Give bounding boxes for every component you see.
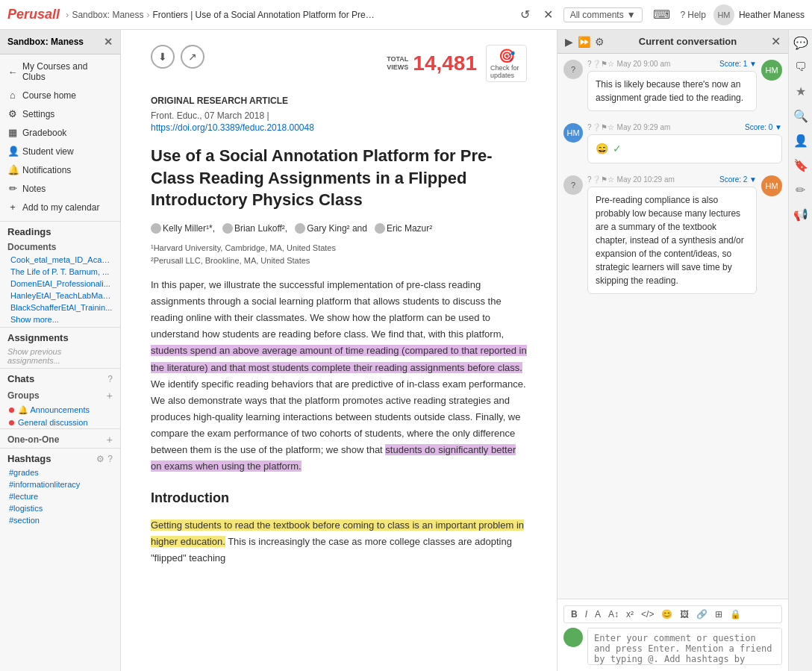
sidebar-item-course-home[interactable]: ⌂ Course home	[0, 86, 120, 104]
image-button[interactable]: 🖼	[678, 608, 691, 620]
sidebar-item-settings[interactable]: ⚙ Settings	[0, 104, 120, 123]
strip-search-button[interactable]: 🔍	[793, 109, 808, 123]
gradebook-icon: ▦	[7, 127, 18, 138]
breadcrumb-doc: Frontiers | Use of a Social Annotation P…	[152, 10, 376, 20]
doc-affiliations: ¹Harvard University, Cambridge, MA, Unit…	[151, 242, 527, 266]
bold-button[interactable]: B	[569, 608, 580, 620]
help-link[interactable]: ? Help	[681, 10, 706, 20]
chats-help-icon[interactable]: ?	[107, 374, 113, 384]
user-menu[interactable]: HM Heather Maness	[713, 4, 805, 25]
comment2-bubble: 😄 ✓	[587, 134, 782, 163]
oneonone-add-icon[interactable]: +	[107, 434, 113, 446]
groups-add-icon[interactable]: +	[107, 390, 113, 402]
user-avatar: HM	[713, 4, 734, 25]
show-more-docs[interactable]: Show more...	[0, 313, 120, 325]
doc-item-3[interactable]: DomenEtAl_Professionali...	[0, 278, 120, 290]
group-item-general[interactable]: General discussion	[0, 416, 120, 428]
doc-item-5[interactable]: BlackSchafferEtAl_Trainin...	[0, 302, 120, 313]
comment1-avatar: ?	[563, 60, 583, 79]
comment2-score[interactable]: Score: 0 ▼	[745, 123, 782, 131]
hashtag-section[interactable]: #section	[0, 514, 120, 526]
breadcrumb-sep2: ›	[146, 10, 149, 20]
sidebar-item-notes[interactable]: ✏ Notes	[0, 179, 120, 198]
doc-body: In this paper, we illustrate the success…	[151, 277, 527, 567]
text-color-button[interactable]: A	[593, 608, 603, 620]
comment2-avatar: HM	[563, 123, 583, 143]
nav-my-courses-label: My Courses and Clubs	[22, 61, 113, 82]
nav-gradebook-label: Gradebook	[22, 128, 66, 138]
hashtag-lecture[interactable]: #lecture	[0, 490, 120, 502]
strip-bookmark-button[interactable]: 🔖	[793, 158, 808, 172]
all-comments-dropdown[interactable]: All comments ▼	[563, 7, 643, 22]
topbar-actions: ↺ ✕ All comments ▼ ⌨ ? Help HM Heather M…	[517, 4, 805, 25]
perusall-logo: Perusall	[7, 7, 60, 22]
hashtag-informationliteracy[interactable]: #informationliteracy	[0, 478, 120, 490]
comment3-content: Pre-reading compliance is also probably …	[596, 195, 744, 286]
highlight-purple-2: students do significantly better on exam…	[151, 444, 516, 472]
comment1-timestamp: May 20 9:00 am	[617, 60, 671, 68]
strip-profile-button[interactable]: 👤	[793, 134, 808, 148]
italic-button[interactable]: I	[583, 608, 590, 620]
comment3-score[interactable]: Score: 2 ▼	[719, 175, 757, 184]
doc-doi[interactable]: https://doi.org/10.3389/feduc.2018.00048	[151, 122, 527, 133]
nav-calendar-label: Add to my calendar	[22, 202, 99, 213]
hashtags-title: Hashtags	[7, 453, 51, 464]
hashtag-grades[interactable]: #grades	[0, 466, 120, 478]
author4-name: Eric Mazur²	[387, 223, 432, 234]
lock-button[interactable]: 🔒	[728, 608, 743, 620]
right-panel-close-button[interactable]: ✕	[771, 34, 781, 49]
code-button[interactable]: </>	[639, 608, 656, 620]
comment1-icons: ?❔⚑☆	[587, 60, 614, 68]
emoji-picker-button[interactable]: 😊	[659, 608, 675, 620]
doc-item-4[interactable]: HanleyEtAl_TeachLabMan...	[0, 290, 120, 302]
link-button[interactable]: 🔗	[694, 608, 710, 620]
hashtags-settings-icon[interactable]: ⚙	[96, 454, 104, 464]
check-updates-badge[interactable]: 🎯 Check for updates	[486, 45, 527, 82]
download-button[interactable]: ⬇	[151, 45, 175, 69]
share-button[interactable]: ↗	[181, 45, 204, 69]
comment-text-input[interactable]	[587, 628, 782, 665]
strip-chat-button[interactable]: 💬	[793, 36, 808, 50]
strip-comment-button[interactable]: 🗨	[795, 60, 807, 74]
calendar-icon: +	[7, 202, 18, 213]
chats-header: Chats ?	[0, 368, 120, 387]
fast-forward-button[interactable]: ⏩	[578, 36, 590, 48]
group-item-announcements[interactable]: 🔔 Announcements	[0, 404, 120, 416]
close-doc-button[interactable]: ✕	[540, 4, 556, 25]
sidebar-item-my-courses[interactable]: ← My Courses and Clubs	[0, 57, 120, 86]
comment1-score[interactable]: Score: 1 ▼	[719, 60, 757, 68]
superscript-button[interactable]: x²	[624, 608, 636, 620]
hashtag-logistics[interactable]: #logistics	[0, 502, 120, 514]
sidebar-nav: ← My Courses and Clubs ⌂ Course home ⚙ S…	[0, 54, 120, 219]
keyboard-button[interactable]: ⌨	[650, 4, 673, 25]
play-button[interactable]: ▶	[565, 36, 573, 48]
refresh-button[interactable]: ↺	[517, 4, 533, 25]
strip-edit-button[interactable]: ✏	[796, 183, 805, 197]
author2-avatar	[222, 223, 233, 234]
text-size-button[interactable]: A↕	[606, 608, 621, 620]
sidebar-item-student-view[interactable]: 👤 Student view	[0, 142, 120, 160]
author3-name: Gary King² and	[307, 223, 367, 234]
show-prev-assignments[interactable]: Show previous assignments...	[0, 346, 120, 366]
hashtags-help-icon[interactable]: ?	[107, 454, 113, 464]
table-button[interactable]: ⊞	[713, 608, 725, 620]
comment1-user-avatar: HM	[761, 60, 782, 81]
sidebar: Sandbox: Maness ✕ ← My Courses and Clubs…	[0, 30, 121, 671]
total-views: TOTALVIEWS 14,481 🎯 Check for updates	[387, 45, 527, 82]
settings-button[interactable]: ⚙	[595, 36, 605, 48]
back-icon: ←	[7, 66, 18, 78]
notifications-icon: 🔔	[7, 164, 18, 175]
breadcrumb-sandbox[interactable]: Sandbox: Maness	[72, 10, 143, 20]
comment2-timestamp: May 20 9:29 am	[617, 123, 671, 131]
comments-label: All comments	[570, 10, 624, 20]
sidebar-close-button[interactable]: ✕	[104, 36, 113, 48]
doc-item-1[interactable]: Cook_etal_meta_ID_Acad...	[0, 254, 120, 266]
sidebar-item-add-calendar[interactable]: + Add to my calendar	[0, 198, 120, 216]
strip-announce-button[interactable]: 📢	[793, 207, 808, 222]
sidebar-item-notifications[interactable]: 🔔 Notifications	[0, 160, 120, 179]
comment-thread-3: ? ?❔⚑☆ May 20 10:29 am Score: 2 ▼ Pre-re…	[563, 175, 782, 297]
sidebar-item-gradebook[interactable]: ▦ Gradebook	[0, 123, 120, 142]
strip-star-button[interactable]: ★	[796, 84, 806, 99]
doc-item-2[interactable]: The Life of P. T. Barnum, ...	[0, 266, 120, 278]
comment1-content: This is likely because there's now an as…	[596, 79, 743, 103]
